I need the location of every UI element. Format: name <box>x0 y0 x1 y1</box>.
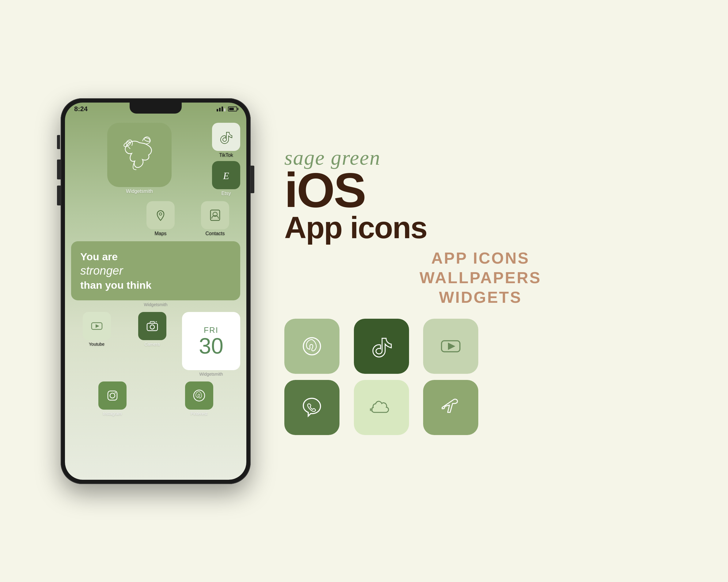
pinterest-icon[interactable] <box>185 382 213 410</box>
contacts-icon[interactable] <box>201 201 229 229</box>
volume-up-button <box>57 160 61 179</box>
signal-bar-4 <box>224 108 226 111</box>
maps-icon[interactable] <box>147 201 175 229</box>
viber-sample-glyph <box>300 395 324 420</box>
youtube-glyph <box>90 319 104 333</box>
sample-icon-pinterest <box>284 319 339 374</box>
youtube-label: Youtube <box>89 342 104 347</box>
svg-marker-7 <box>96 324 99 328</box>
etsy-wrap: E Etsy <box>212 161 240 196</box>
right-side: sage green iOS App icons APP ICONS WALLP… <box>260 147 677 435</box>
sample-icon-soundcloud <box>354 380 409 435</box>
calendar-widget-wrap: FRI 30 Widgetsmith <box>182 312 240 377</box>
svg-rect-10 <box>108 391 117 400</box>
plane-sample-glyph <box>438 395 463 420</box>
heading-block: sage green iOS App icons <box>284 147 677 243</box>
signal-bar-3 <box>222 107 223 111</box>
sample-icons-grid <box>284 319 487 435</box>
contacts-label: Contacts <box>205 231 225 237</box>
calendar-widget: FRI 30 <box>182 312 240 370</box>
status-icons <box>217 107 237 111</box>
phone-content: Widgetsmith TikTok <box>65 118 246 480</box>
widget-line1: You are <box>80 251 118 262</box>
widgetsmith-large-icon[interactable] <box>107 123 172 187</box>
main-container: 8:24 <box>27 31 701 551</box>
soundcloud-sample-glyph <box>369 395 394 420</box>
widget-text: You are stronger than you think <box>80 250 231 292</box>
ios-text: iOS <box>284 168 677 212</box>
sample-icon-plane <box>423 380 478 435</box>
sample-icon-tiktok <box>354 319 409 374</box>
calendar-num: 30 <box>199 335 224 357</box>
pinterest-label: Pinterest <box>190 411 207 416</box>
tiktok-glyph <box>218 129 234 144</box>
etsy-icon[interactable]: E <box>212 161 240 189</box>
notch <box>130 103 182 114</box>
maps-label: Maps <box>154 231 166 237</box>
widget-banner: You are stronger than you think <box>71 241 240 301</box>
widgetsmith-large-wrap: Widgetsmith <box>71 123 208 194</box>
instagram-label: Instagram <box>103 411 122 416</box>
widget-attribution: Widgetsmith <box>71 302 240 307</box>
volume-down-button <box>57 186 61 205</box>
instagram-glyph <box>105 388 120 403</box>
signal-bar-1 <box>217 109 218 111</box>
widget-line3: than you think <box>80 279 151 291</box>
feature-wallpapers: WALLPAPERS <box>284 269 677 287</box>
features-list: APP ICONS WALLPAPERS WIDGETS <box>284 249 677 306</box>
feature-widgets: WIDGETS <box>284 288 677 306</box>
svg-marker-16 <box>448 342 455 350</box>
etsy-glyph: E <box>218 167 234 183</box>
svg-point-9 <box>150 325 154 329</box>
svg-point-12 <box>114 392 116 393</box>
tiktok-icon[interactable] <box>212 123 240 151</box>
app-row-2: Maps Contacts <box>135 201 240 237</box>
maps-glyph <box>153 207 168 223</box>
instagram-wrap: Instagram <box>71 382 154 416</box>
svg-text:E: E <box>223 170 229 181</box>
svg-point-11 <box>110 393 115 398</box>
tiktok-sample-glyph <box>369 334 394 359</box>
sample-icon-viber <box>284 380 339 435</box>
svg-point-14 <box>303 338 320 355</box>
camera-icon[interactable] <box>138 312 166 340</box>
pinterest-wrap: Pinterest <box>158 382 240 416</box>
battery-icon <box>228 107 237 111</box>
app-row-1: Widgetsmith TikTok <box>71 123 240 196</box>
youtube-sample-glyph <box>438 334 463 359</box>
maps-wrap: Maps <box>135 201 186 237</box>
sample-icon-youtube <box>423 319 478 374</box>
power-button <box>251 166 254 193</box>
camera-label: Camera <box>145 342 160 347</box>
camera-wrap: Camera <box>127 312 178 347</box>
svg-rect-8 <box>147 323 157 331</box>
feature-app-icons: APP ICONS <box>284 249 677 267</box>
phone-container: 8:24 <box>51 98 260 484</box>
bird-svg <box>118 134 161 176</box>
youtube-icon[interactable] <box>83 312 111 340</box>
signal-bars <box>217 107 226 111</box>
phone-screen: 8:24 <box>65 103 246 480</box>
battery-fill <box>229 108 234 110</box>
etsy-label: Etsy <box>221 191 231 196</box>
tiktok-wrap: TikTok <box>212 123 240 158</box>
svg-point-3 <box>159 213 162 215</box>
widget-line2: stronger <box>80 264 123 277</box>
right-icons-col: TikTok E Etsy <box>212 123 240 196</box>
widgetsmith-large-label: Widgetsmith <box>126 189 153 194</box>
calendar-attribution: Widgetsmith <box>199 372 223 377</box>
pinterest-glyph <box>191 388 207 403</box>
contacts-wrap: Contacts <box>190 201 240 237</box>
app-icons-heading: App icons <box>284 212 677 243</box>
tiktok-label: TikTok <box>219 153 233 158</box>
contacts-glyph <box>207 207 223 223</box>
mute-button <box>57 135 60 149</box>
camera-glyph <box>145 318 160 334</box>
phone-mockup: 8:24 <box>61 98 251 484</box>
instagram-icon[interactable] <box>98 382 127 410</box>
signal-bar-2 <box>219 108 220 111</box>
status-time: 8:24 <box>74 105 88 113</box>
last-row: Instagram Pinterest <box>71 382 240 416</box>
cloud-bg: You are stronger than you think Widgetsm… <box>71 241 240 307</box>
youtube-wrap: Youtube <box>71 312 122 347</box>
